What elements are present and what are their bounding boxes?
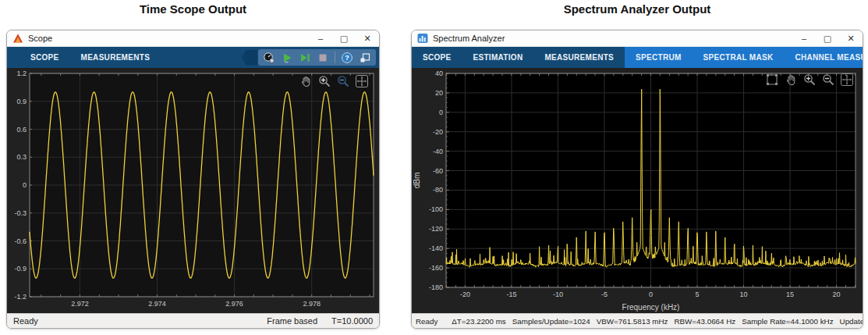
svg-text:-0.9: -0.9 xyxy=(14,265,27,273)
toolstrip-collapse-chevron-icon[interactable] xyxy=(242,50,257,66)
spectrum-analyzer-heading: Spectrum Analyzer Output xyxy=(411,2,863,16)
svg-text:0: 0 xyxy=(439,109,443,116)
tab-scope[interactable]: SCOPE xyxy=(412,47,462,68)
scope-toolstrip: SCOPE MEASUREMENTS xyxy=(7,47,379,68)
tab-channel-measurements[interactable]: CHANNEL MEASUREMENTS xyxy=(784,47,863,68)
close-button[interactable]: ✕ xyxy=(839,30,863,46)
window-title: Spectrum Analyzer xyxy=(433,34,792,43)
status-sim-time: T=10.0000 xyxy=(331,316,373,326)
tab-spectrum[interactable]: SPECTRUM xyxy=(625,47,693,68)
scope-window: Scope – ▢ ✕ SCOPE MEASUREMENTS xyxy=(6,30,380,329)
status-delta-t: ΔT=23.2200 ms xyxy=(452,317,505,326)
status-frame-mode: Frame based xyxy=(267,316,317,326)
svg-text:0.3: 0.3 xyxy=(16,153,27,161)
matlab-logo-icon xyxy=(12,33,23,44)
zoom-in-icon[interactable] xyxy=(802,72,817,87)
svg-text:?: ? xyxy=(345,54,349,62)
svg-text:10: 10 xyxy=(740,290,748,298)
svg-text:-40: -40 xyxy=(433,148,443,155)
axes-limits-icon[interactable] xyxy=(764,72,780,87)
status-vbw: VBW=761.5813 mHz xyxy=(597,317,668,326)
status-rbw: RBW=43.0664 Hz xyxy=(675,317,736,326)
svg-text:-15: -15 xyxy=(506,290,516,298)
svg-text:dBm: dBm xyxy=(413,173,421,189)
zoom-out-icon[interactable] xyxy=(820,72,836,87)
tab-measurements[interactable]: MEASUREMENTS xyxy=(533,47,625,68)
minimize-button[interactable]: – xyxy=(309,30,332,46)
pan-icon[interactable] xyxy=(783,72,799,87)
svg-text:1.2: 1.2 xyxy=(16,69,27,77)
svg-text:-120: -120 xyxy=(429,225,443,233)
status-sample-rate: Sample Rate=44.1000 kHz xyxy=(742,317,833,326)
scope-plot-canvas[interactable]: 1.20.90.60.30-0.3-0.6-0.9-1.22.9722.9742… xyxy=(7,68,379,313)
svg-text:-140: -140 xyxy=(429,244,443,252)
screenshot-stage: Time Scope Output Spectrum Analyzer Outp… xyxy=(0,0,868,335)
spectrum-plot-tools xyxy=(764,72,855,87)
svg-text:-5: -5 xyxy=(601,290,608,298)
svg-text:-20: -20 xyxy=(433,128,443,136)
spectrum-titlebar[interactable]: Spectrum Analyzer – ▢ ✕ xyxy=(412,30,863,47)
svg-text:-10: -10 xyxy=(553,290,563,298)
tab-spectral-mask[interactable]: SPECTRAL MASK xyxy=(693,47,785,68)
maximize-button[interactable]: ▢ xyxy=(816,30,839,46)
help-button[interactable]: ? xyxy=(341,52,353,64)
svg-text:20: 20 xyxy=(833,290,841,298)
spectrum-plot-canvas[interactable]: 40200-20-40-60-80-100-120-140-160-180-20… xyxy=(412,68,863,313)
maximize-button[interactable]: ▢ xyxy=(332,30,356,46)
svg-text:0: 0 xyxy=(649,290,653,298)
status-ready: Ready xyxy=(416,317,438,326)
stop-button[interactable] xyxy=(317,52,329,64)
time-scope-heading: Time Scope Output xyxy=(6,2,380,16)
spectrum-statusbar: Ready ΔT=23.2200 ms Samples/Update=1024 … xyxy=(412,313,863,328)
toolstrip-spacer xyxy=(7,47,19,68)
spectrum-analyzer-window: Spectrum Analyzer – ▢ ✕ SCOPE ESTIMATION… xyxy=(411,30,863,329)
svg-text:-1.2: -1.2 xyxy=(14,293,27,301)
fit-view-icon[interactable] xyxy=(839,72,855,87)
svg-text:-0.3: -0.3 xyxy=(14,209,27,217)
svg-text:0.9: 0.9 xyxy=(16,98,27,105)
svg-text:40: 40 xyxy=(435,69,443,77)
quick-access-toolbar: ? xyxy=(258,49,376,66)
svg-text:0: 0 xyxy=(23,181,27,189)
scope-titlebar[interactable]: Scope – ▢ ✕ xyxy=(7,30,379,47)
scope-statusbar: Ready Frame based T=10.0000 xyxy=(7,313,379,328)
run-button[interactable] xyxy=(281,52,293,64)
svg-text:5: 5 xyxy=(696,290,700,298)
svg-text:2.978: 2.978 xyxy=(303,300,321,308)
time-scope-chart[interactable]: 1.20.90.60.30-0.3-0.6-0.9-1.22.9722.9742… xyxy=(7,68,379,313)
svg-text:15: 15 xyxy=(786,290,794,298)
dock-window-icon[interactable] xyxy=(359,52,371,64)
close-button[interactable]: ✕ xyxy=(356,30,379,46)
status-samples-per-update: Samples/Update=1024 xyxy=(512,317,590,326)
svg-text:-100: -100 xyxy=(429,205,443,213)
svg-text:-60: -60 xyxy=(433,167,443,175)
spectrum-chart[interactable]: 40200-20-40-60-80-100-120-140-160-180-20… xyxy=(412,68,863,313)
svg-text:-180: -180 xyxy=(429,283,443,291)
svg-text:-20: -20 xyxy=(460,290,470,298)
svg-text:2.974: 2.974 xyxy=(148,300,166,308)
spectrum-analyzer-app-icon xyxy=(417,33,428,44)
svg-text:-160: -160 xyxy=(429,264,443,272)
simulation-settings-icon[interactable] xyxy=(263,52,275,64)
svg-text:2.972: 2.972 xyxy=(71,300,89,308)
fit-view-icon[interactable] xyxy=(354,73,370,89)
minimize-button[interactable]: – xyxy=(792,30,816,46)
status-ready: Ready xyxy=(13,316,38,326)
scope-plot-tools xyxy=(298,73,370,89)
window-title: Scope xyxy=(28,34,309,43)
tab-estimation[interactable]: ESTIMATION xyxy=(462,47,534,68)
tab-scope[interactable]: SCOPE xyxy=(19,47,70,68)
svg-text:Frequency (kHz): Frequency (kHz) xyxy=(622,303,680,312)
spectrum-toolstrip: SCOPE ESTIMATION MEASUREMENTS SPECTRUM S… xyxy=(412,47,863,68)
svg-text:20: 20 xyxy=(435,89,443,97)
step-forward-button[interactable] xyxy=(299,52,311,64)
svg-text:0.6: 0.6 xyxy=(16,126,27,134)
tab-measurements[interactable]: MEASUREMENTS xyxy=(70,47,161,68)
zoom-out-icon[interactable] xyxy=(335,73,351,89)
pan-icon[interactable] xyxy=(298,73,314,89)
svg-text:-0.6: -0.6 xyxy=(14,237,27,245)
zoom-in-icon[interactable] xyxy=(317,73,332,89)
toolbar-separator xyxy=(335,52,335,63)
contextual-tab-group: SPECTRUM SPECTRAL MASK CHANNEL MEASUREME… xyxy=(625,47,863,68)
status-updates: Updates=348 xyxy=(840,317,863,326)
